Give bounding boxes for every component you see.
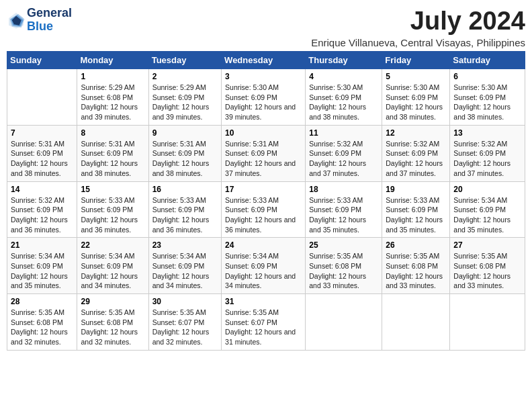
calendar-cell: 1Sunrise: 5:29 AM Sunset: 6:08 PM Daylig… <box>77 69 148 126</box>
weekday-header: Friday <box>382 52 450 69</box>
cell-info: Sunrise: 5:35 AM Sunset: 6:07 PM Dayligh… <box>225 308 302 347</box>
cell-date: 2 <box>152 72 218 81</box>
cell-info: Sunrise: 5:35 AM Sunset: 6:08 PM Dayligh… <box>453 251 521 291</box>
cell-date: 24 <box>225 240 302 250</box>
cell-date: 15 <box>81 185 144 194</box>
calendar-cell: 18Sunrise: 5:33 AM Sunset: 6:09 PM Dayli… <box>306 181 382 238</box>
calendar-table: SundayMondayTuesdayWednesdayThursdayFrid… <box>7 51 525 351</box>
cell-info: Sunrise: 5:33 AM Sunset: 6:09 PM Dayligh… <box>386 195 446 235</box>
cell-date: 14 <box>11 185 73 194</box>
cell-info: Sunrise: 5:34 AM Sunset: 6:09 PM Dayligh… <box>81 251 144 291</box>
calendar-cell: 5Sunrise: 5:30 AM Sunset: 6:09 PM Daylig… <box>382 69 450 126</box>
calendar-cell: 13Sunrise: 5:32 AM Sunset: 6:09 PM Dayli… <box>450 125 525 181</box>
calendar-cell: 19Sunrise: 5:33 AM Sunset: 6:09 PM Dayli… <box>382 181 450 238</box>
cell-info: Sunrise: 5:31 AM Sunset: 6:09 PM Dayligh… <box>11 139 73 179</box>
cell-date: 6 <box>453 72 521 81</box>
cell-info: Sunrise: 5:33 AM Sunset: 6:09 PM Dayligh… <box>225 195 302 235</box>
calendar-cell <box>7 69 77 126</box>
cell-info: Sunrise: 5:31 AM Sunset: 6:09 PM Dayligh… <box>81 139 144 179</box>
cell-date: 12 <box>386 128 446 138</box>
calendar-cell: 21Sunrise: 5:34 AM Sunset: 6:09 PM Dayli… <box>7 238 77 294</box>
calendar-cell: 6Sunrise: 5:30 AM Sunset: 6:09 PM Daylig… <box>450 69 525 126</box>
cell-date: 1 <box>81 72 144 81</box>
calendar-cell <box>450 294 525 351</box>
cell-info: Sunrise: 5:35 AM Sunset: 6:07 PM Dayligh… <box>152 308 218 347</box>
calendar-cell: 28Sunrise: 5:35 AM Sunset: 6:08 PM Dayli… <box>7 294 77 351</box>
calendar-cell: 15Sunrise: 5:33 AM Sunset: 6:09 PM Dayli… <box>77 181 148 238</box>
calendar-cell: 7Sunrise: 5:31 AM Sunset: 6:09 PM Daylig… <box>7 125 77 181</box>
calendar-week-row: 14Sunrise: 5:32 AM Sunset: 6:09 PM Dayli… <box>7 181 525 238</box>
cell-info: Sunrise: 5:29 AM Sunset: 6:08 PM Dayligh… <box>81 83 144 122</box>
cell-date: 18 <box>309 185 378 194</box>
calendar-cell: 12Sunrise: 5:32 AM Sunset: 6:09 PM Dayli… <box>382 125 450 181</box>
weekday-header: Monday <box>77 52 148 69</box>
cell-info: Sunrise: 5:33 AM Sunset: 6:09 PM Dayligh… <box>152 195 218 235</box>
cell-date: 22 <box>81 240 144 250</box>
cell-date: 20 <box>453 185 521 194</box>
calendar-cell: 31Sunrise: 5:35 AM Sunset: 6:07 PM Dayli… <box>222 294 306 351</box>
cell-date: 9 <box>152 128 218 138</box>
cell-info: Sunrise: 5:32 AM Sunset: 6:09 PM Dayligh… <box>386 139 446 179</box>
calendar-cell: 26Sunrise: 5:35 AM Sunset: 6:08 PM Dayli… <box>382 238 450 294</box>
cell-date: 7 <box>11 128 73 138</box>
cell-date: 5 <box>386 72 446 81</box>
cell-date: 21 <box>11 240 73 250</box>
cell-info: Sunrise: 5:35 AM Sunset: 6:08 PM Dayligh… <box>386 251 446 291</box>
cell-info: Sunrise: 5:31 AM Sunset: 6:09 PM Dayligh… <box>225 139 302 179</box>
cell-date: 17 <box>225 185 302 194</box>
cell-info: Sunrise: 5:32 AM Sunset: 6:09 PM Dayligh… <box>453 139 521 179</box>
cell-date: 28 <box>11 297 73 306</box>
logo-icon <box>7 11 26 30</box>
calendar-week-row: 1Sunrise: 5:29 AM Sunset: 6:08 PM Daylig… <box>7 69 525 126</box>
cell-info: Sunrise: 5:33 AM Sunset: 6:09 PM Dayligh… <box>309 195 378 235</box>
calendar-cell <box>306 294 382 351</box>
title-block: July 2024 Enrique Villanueva, Central Vi… <box>311 7 525 48</box>
cell-date: 8 <box>81 128 144 138</box>
weekday-header: Wednesday <box>222 52 306 69</box>
calendar-week-row: 28Sunrise: 5:35 AM Sunset: 6:08 PM Dayli… <box>7 294 525 351</box>
calendar-week-row: 21Sunrise: 5:34 AM Sunset: 6:09 PM Dayli… <box>7 238 525 294</box>
weekday-header: Thursday <box>306 52 382 69</box>
calendar-cell: 25Sunrise: 5:35 AM Sunset: 6:08 PM Dayli… <box>306 238 382 294</box>
cell-date: 10 <box>225 128 302 138</box>
calendar-cell: 24Sunrise: 5:34 AM Sunset: 6:09 PM Dayli… <box>222 238 306 294</box>
cell-date: 4 <box>309 72 378 81</box>
calendar-cell: 22Sunrise: 5:34 AM Sunset: 6:09 PM Dayli… <box>77 238 148 294</box>
cell-info: Sunrise: 5:32 AM Sunset: 6:09 PM Dayligh… <box>11 195 73 235</box>
cell-date: 16 <box>152 185 218 194</box>
calendar-week-row: 7Sunrise: 5:31 AM Sunset: 6:09 PM Daylig… <box>7 125 525 181</box>
weekday-header-row: SundayMondayTuesdayWednesdayThursdayFrid… <box>7 52 525 69</box>
calendar-cell <box>382 294 450 351</box>
cell-info: Sunrise: 5:35 AM Sunset: 6:08 PM Dayligh… <box>309 251 378 291</box>
calendar-cell: 8Sunrise: 5:31 AM Sunset: 6:09 PM Daylig… <box>77 125 148 181</box>
cell-info: Sunrise: 5:33 AM Sunset: 6:09 PM Dayligh… <box>81 195 144 235</box>
calendar-cell: 29Sunrise: 5:35 AM Sunset: 6:08 PM Dayli… <box>77 294 148 351</box>
cell-info: Sunrise: 5:34 AM Sunset: 6:09 PM Dayligh… <box>11 251 73 291</box>
cell-info: Sunrise: 5:30 AM Sunset: 6:09 PM Dayligh… <box>309 83 378 122</box>
calendar-cell: 16Sunrise: 5:33 AM Sunset: 6:09 PM Dayli… <box>148 181 221 238</box>
cell-info: Sunrise: 5:32 AM Sunset: 6:09 PM Dayligh… <box>309 139 378 179</box>
cell-date: 31 <box>225 297 302 306</box>
cell-info: Sunrise: 5:35 AM Sunset: 6:08 PM Dayligh… <box>11 308 73 347</box>
cell-date: 11 <box>309 128 378 138</box>
calendar-cell: 4Sunrise: 5:30 AM Sunset: 6:09 PM Daylig… <box>306 69 382 126</box>
calendar-cell: 20Sunrise: 5:34 AM Sunset: 6:09 PM Dayli… <box>450 181 525 238</box>
logo: General Blue <box>7 7 72 34</box>
weekday-header: Tuesday <box>148 52 221 69</box>
cell-info: Sunrise: 5:35 AM Sunset: 6:08 PM Dayligh… <box>81 308 144 347</box>
calendar-cell: 27Sunrise: 5:35 AM Sunset: 6:08 PM Dayli… <box>450 238 525 294</box>
cell-date: 25 <box>309 240 378 250</box>
cell-date: 29 <box>81 297 144 306</box>
cell-info: Sunrise: 5:34 AM Sunset: 6:09 PM Dayligh… <box>453 195 521 235</box>
calendar-cell: 14Sunrise: 5:32 AM Sunset: 6:09 PM Dayli… <box>7 181 77 238</box>
calendar-cell: 30Sunrise: 5:35 AM Sunset: 6:07 PM Dayli… <box>148 294 221 351</box>
calendar-cell: 11Sunrise: 5:32 AM Sunset: 6:09 PM Dayli… <box>306 125 382 181</box>
calendar-cell: 10Sunrise: 5:31 AM Sunset: 6:09 PM Dayli… <box>222 125 306 181</box>
calendar-cell: 23Sunrise: 5:34 AM Sunset: 6:09 PM Dayli… <box>148 238 221 294</box>
weekday-header: Sunday <box>7 52 77 69</box>
weekday-header: Saturday <box>450 52 525 69</box>
cell-date: 13 <box>453 128 521 138</box>
page-subtitle: Enrique Villanueva, Central Visayas, Phi… <box>311 37 525 48</box>
page-title: July 2024 <box>311 7 525 36</box>
page-header: General Blue July 2024 Enrique Villanuev… <box>7 7 525 48</box>
